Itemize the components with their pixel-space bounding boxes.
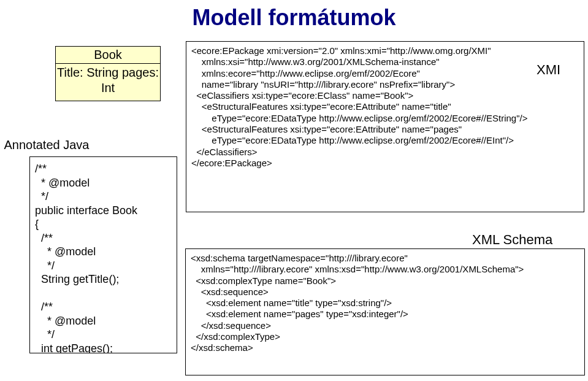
slide-title: Modell formátumok — [0, 5, 588, 31]
book-class-body: Title: String pages: Int — [56, 64, 160, 101]
annotated-java-label: Annotated Java — [1, 138, 89, 152]
book-class-box: Book Title: String pages: Int — [55, 46, 161, 101]
xsd-code-box: <xsd:schema targetNamespace="http:///lib… — [185, 248, 585, 375]
book-class-header: Book — [56, 47, 160, 64]
xml-schema-label: XML Schema — [472, 232, 552, 248]
java-code-box: /** * @model */ public interface Book { … — [29, 156, 177, 353]
xmi-label: XMI — [536, 62, 560, 78]
xmi-code-box: <ecore:EPackage xmi:version="2.0" xmlns:… — [186, 41, 584, 212]
